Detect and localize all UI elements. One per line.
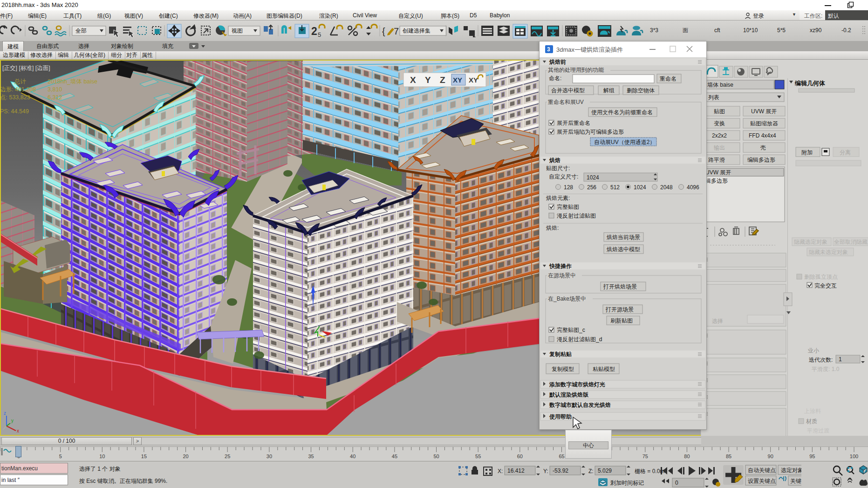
svg-text:烘焙前: 烘焙前 xyxy=(549,59,566,65)
svg-text:xz90: xz90 xyxy=(810,27,822,34)
svg-text:漫反射过滤贴图: 漫反射过滤贴图 xyxy=(557,213,596,219)
svg-text:重命名和展UV: 重命名和展UV xyxy=(548,99,584,105)
svg-text:[正交] [标准] [边面]: [正交] [标准] [边面] xyxy=(2,65,50,71)
svg-text:3,810: 3,810 xyxy=(48,86,62,93)
svg-text:附加: 附加 xyxy=(801,149,813,156)
svg-text:上涂料: 上涂料 xyxy=(804,408,821,414)
svg-text:-0.2: -0.2 xyxy=(841,27,851,34)
svg-text:3*3: 3*3 xyxy=(650,27,658,34)
svg-text:0: 0 xyxy=(675,480,678,486)
svg-text:数字城市默认自发光烘焙: 数字城市默认自发光烘焙 xyxy=(549,402,611,408)
svg-text:辑多边形: 辑多边形 xyxy=(705,178,728,184)
svg-text:5*5: 5*5 xyxy=(777,27,786,34)
svg-text:输出: 输出 xyxy=(714,144,725,151)
svg-text:Z:: Z: xyxy=(588,468,594,474)
svg-text:5: 5 xyxy=(59,454,62,459)
svg-text:粘贴模型: 粘贴模型 xyxy=(593,366,615,372)
svg-text:路平滑: 路平滑 xyxy=(708,157,725,163)
svg-text:完整贴图: 完整贴图 xyxy=(557,204,579,210)
svg-text:z: z xyxy=(4,411,6,416)
svg-text:40: 40 xyxy=(350,454,355,459)
svg-text:完全交互: 完全交互 xyxy=(814,282,837,289)
svg-text:512: 512 xyxy=(610,184,620,191)
svg-text:关键点过滤器...: 关键点过滤器... xyxy=(790,478,801,484)
svg-text:删除孤立顶点: 删除孤立顶点 xyxy=(804,274,838,280)
svg-text:1: 1 xyxy=(839,356,842,363)
svg-text:90: 90 xyxy=(768,454,773,459)
svg-text:7: 7 xyxy=(394,26,399,36)
svg-text:创建选择集: 创建选择集 xyxy=(402,27,431,34)
svg-text:35: 35 xyxy=(308,454,314,459)
svg-text:Y: Y xyxy=(425,75,431,85)
svg-text:自动关键点: 自动关键点 xyxy=(748,467,776,474)
svg-text:y: y xyxy=(11,418,14,423)
svg-text:烘焙: 烘焙 xyxy=(549,157,560,164)
svg-text:选定对象: 选定对象 xyxy=(781,467,801,474)
svg-text:10: 10 xyxy=(99,454,105,459)
svg-text:XY: XY xyxy=(453,76,462,84)
svg-text:打开源场景: 打开源场景 xyxy=(605,306,634,313)
svg-text:编辑几何体: 编辑几何体 xyxy=(794,80,826,87)
svg-text:其他的处理用到的功能: 其他的处理用到的功能 xyxy=(548,67,604,73)
svg-text:烘焙当前场景: 烘焙当前场景 xyxy=(607,234,640,241)
svg-text:全部: 全部 xyxy=(75,27,87,34)
svg-text:平滑过渡: 平滑过渡 xyxy=(807,427,829,434)
svg-text:85: 85 xyxy=(726,454,731,459)
svg-text:XY: XY xyxy=(469,76,478,84)
svg-text:100: 100 xyxy=(850,454,858,459)
svg-text:50: 50 xyxy=(433,454,439,459)
svg-text:2: 2 xyxy=(311,25,317,37)
svg-text:80: 80 xyxy=(684,454,690,459)
svg-text:UVW 展开: UVW 展开 xyxy=(751,108,777,115)
svg-text:X:: X: xyxy=(498,468,503,474)
svg-text:平滑度: 1.0: 平滑度: 1.0 xyxy=(812,366,840,372)
svg-text:贴图: 贴图 xyxy=(714,108,725,115)
svg-text:60: 60 xyxy=(517,454,523,459)
svg-text:视图: 视图 xyxy=(231,27,243,34)
svg-text:使用帮助: 使用帮助 xyxy=(549,413,572,420)
svg-text:65: 65 xyxy=(559,454,564,459)
svg-text:2x2x2: 2x2x2 xyxy=(712,132,727,139)
svg-text:45: 45 xyxy=(392,454,397,459)
svg-text:5: 5 xyxy=(318,31,321,38)
svg-text:材质: 材质 xyxy=(806,418,817,425)
svg-text:面: 面 xyxy=(683,27,688,34)
svg-text:默认渲染烘焙版: 默认渲染烘焙版 xyxy=(549,392,589,398)
svg-text:75: 75 xyxy=(642,454,648,459)
svg-text:合并选中模型: 合并选中模型 xyxy=(551,87,585,94)
svg-text:重命名: 重命名 xyxy=(660,76,677,82)
svg-text:复制模型: 复制模型 xyxy=(552,366,574,372)
svg-text:烘焙元素:: 烘焙元素: xyxy=(546,195,570,201)
svg-text:在_Bake场景中: 在_Bake场景中 xyxy=(548,296,586,302)
svg-text:业小: 业小 xyxy=(808,347,819,354)
svg-text:4096: 4096 xyxy=(687,184,699,191)
svg-text:完整贴图_c: 完整贴图_c xyxy=(557,327,585,333)
svg-text:5.029: 5.029 xyxy=(598,467,612,474)
svg-text:展开后重命名: 展开后重命名 xyxy=(557,120,590,126)
svg-text:在源场景中: 在源场景中 xyxy=(548,272,576,279)
svg-text:隐藏选定对象: 隐藏选定对象 xyxy=(794,239,827,245)
svg-text:55: 55 xyxy=(475,454,481,459)
svg-text:6,312: 6,312 xyxy=(48,94,62,101)
svg-text:墙体 baise: 墙体 baise xyxy=(707,82,733,88)
svg-text:3: 3 xyxy=(547,46,550,53)
svg-text:烘焙:: 烘焙: xyxy=(546,225,559,231)
svg-text:PS: 44.549: PS: 44.549 xyxy=(0,108,29,115)
svg-text:刷新贴图: 刷新贴图 xyxy=(610,317,633,324)
svg-text:隐藏未选定对象: 隐藏未选定对象 xyxy=(809,249,848,255)
svg-text:复制粘贴: 复制粘贴 xyxy=(549,351,572,357)
svg-text:1024: 1024 xyxy=(634,184,646,191)
svg-text:30: 30 xyxy=(267,454,272,459)
svg-text:20: 20 xyxy=(183,454,188,459)
svg-text:cft: cft xyxy=(714,27,720,34)
svg-text:编辑多边形: 编辑多边形 xyxy=(747,157,775,163)
svg-text:点: 533,823: 点: 533,823 xyxy=(0,94,30,101)
svg-text:2048: 2048 xyxy=(660,184,673,191)
svg-text:3dmax一键烘焙渲染插件: 3dmax一键烘焙渲染插件 xyxy=(556,46,623,53)
svg-text:x: x xyxy=(17,428,19,433)
svg-text:分离: 分离 xyxy=(840,149,851,156)
svg-text:展开后塌陷为可编辑多边形: 展开后塌陷为可编辑多边形 xyxy=(557,129,624,135)
svg-text:FFD 4x4x4: FFD 4x4x4 xyxy=(749,132,776,139)
svg-text:使用文件名为前缀重命名: 使用文件名为前缀重命名 xyxy=(591,109,653,116)
svg-text:总计: 总计 xyxy=(14,78,27,85)
